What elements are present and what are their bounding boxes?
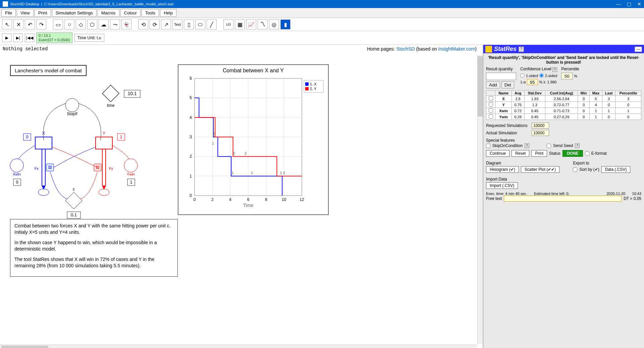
- svg-text:4: 4: [190, 115, 192, 120]
- svg-text:10: 10: [282, 197, 286, 202]
- stochsd-link[interactable]: StochSD: [396, 46, 415, 52]
- scrollbar-horizontal[interactable]: [0, 345, 477, 348]
- svg-text:X: X: [42, 131, 45, 136]
- svg-text:2. Y: 2. Y: [310, 87, 317, 91]
- insightmaker-link[interactable]: InsightMaker.com: [438, 46, 475, 52]
- eformat-checkbox[interactable]: [585, 151, 589, 156]
- continue-button[interactable]: Continue: [486, 150, 509, 157]
- svg-text:0: 0: [26, 134, 28, 139]
- link-c-icon[interactable]: ↗: [161, 19, 171, 29]
- conf-input[interactable]: [527, 79, 538, 85]
- free-text-input[interactable]: [504, 196, 622, 202]
- menu-view[interactable]: View: [17, 9, 34, 17]
- titlebar: StochSD Desktop | C:\Users\Downloads\Sto…: [0, 0, 644, 8]
- svg-text:0: 0: [194, 197, 196, 202]
- canvas[interactable]: Nothing selected Home pages: StochSD (ba…: [0, 45, 483, 348]
- app-name: StochSD Desktop: [10, 2, 39, 6]
- 1sided-radio[interactable]: [520, 73, 525, 78]
- statres-help-icon[interactable]: ?: [519, 47, 524, 52]
- link-a-icon[interactable]: ⟲: [138, 19, 148, 29]
- svg-marker-36: [65, 192, 82, 209]
- lineplot-icon[interactable]: 📈: [246, 19, 256, 29]
- menu-tools[interactable]: Tools: [142, 9, 159, 17]
- 2sided-radio[interactable]: [539, 73, 544, 78]
- cloud-icon[interactable]: ☁: [99, 19, 109, 29]
- close-icon[interactable]: ✕: [637, 1, 641, 7]
- reset-button[interactable]: Reset: [512, 150, 529, 157]
- svg-text:2: 2: [245, 151, 247, 155]
- collapse-icon[interactable]: —: [635, 47, 642, 52]
- table-icon[interactable]: ▦: [235, 19, 245, 29]
- diamond-icon[interactable]: ◇: [76, 19, 86, 29]
- time-unit[interactable]: Time Unit: t.u: [74, 34, 104, 42]
- menubar: File View Print Simulation Settings Macr…: [0, 8, 644, 18]
- compare-icon[interactable]: 〽: [258, 19, 268, 29]
- text-icon[interactable]: Text: [172, 19, 182, 29]
- table-row[interactable]: X2.61.932.56-2.64 0533: [486, 96, 641, 102]
- stock-icon[interactable]: ▭: [53, 19, 63, 29]
- chart[interactable]: Combat between X and Y 02468101201234562…: [178, 64, 329, 215]
- scrollbar-vertical[interactable]: [477, 55, 483, 344]
- result-quantity-input[interactable]: [486, 73, 516, 80]
- home-links: Home pages: StochSD (based on InsightMak…: [367, 46, 477, 52]
- actual-sims: 10000: [532, 130, 549, 136]
- link-b-icon[interactable]: ⟳: [150, 19, 160, 29]
- menu-macros[interactable]: Macros: [98, 9, 119, 17]
- table-row[interactable]: Ywin0.280.450.27-0.29 0100: [486, 114, 641, 120]
- selection-status: Nothing selected: [3, 46, 48, 52]
- delete-icon[interactable]: ✕: [13, 19, 23, 29]
- menu-file[interactable]: File: [1, 9, 16, 17]
- model-diagram[interactable]: 10.1 time StopIf X 0 Y 1: [7, 72, 161, 219]
- requested-sims[interactable]: 10000: [532, 123, 549, 129]
- menu-simulation-settings[interactable]: Simulation Settings: [52, 9, 97, 17]
- cycle-icon[interactable]: ◎: [269, 19, 279, 29]
- number-icon[interactable]: 123: [223, 19, 233, 29]
- hexagon-icon[interactable]: ⬡: [87, 19, 97, 29]
- scatter-button[interactable]: Scatter Plot (✔✔): [521, 166, 559, 173]
- flow-icon[interactable]: ⤳: [110, 19, 120, 29]
- histogram-icon[interactable]: ▮: [280, 19, 290, 29]
- maximize-icon[interactable]: ▢: [627, 1, 631, 7]
- lock-message: 'Result quantity', 'SkipOnCondition' and…: [486, 55, 641, 65]
- redo-icon[interactable]: ↷: [36, 19, 46, 29]
- description-box[interactable]: Combat between two forces X and Y with t…: [10, 219, 178, 276]
- print-button[interactable]: Print: [531, 150, 547, 157]
- seed-help-icon[interactable]: ?: [575, 143, 580, 148]
- ellipse-icon[interactable]: ⬭: [195, 19, 205, 29]
- svg-text:time: time: [107, 103, 115, 108]
- import-csv-button[interactable]: Import (.CSV): [486, 182, 518, 189]
- minimize-icon[interactable]: —: [616, 1, 621, 7]
- menu-help[interactable]: Help: [160, 9, 176, 17]
- undo-icon[interactable]: ↶: [25, 19, 35, 29]
- seed-checkbox[interactable]: [547, 144, 551, 148]
- rect-icon[interactable]: ▯: [184, 19, 194, 29]
- step-icon[interactable]: ▶|: [13, 33, 23, 42]
- histogram-button[interactable]: Histogram (✔): [486, 166, 519, 173]
- svg-text:Y: Y: [103, 131, 105, 136]
- svg-text:10.1: 10.1: [127, 91, 137, 96]
- conf-help-icon[interactable]: ?: [552, 67, 557, 72]
- ghost-icon[interactable]: 👻: [121, 19, 131, 29]
- table-row[interactable]: Xwin0.720.450.71-0.73 0111: [486, 108, 641, 114]
- circle-icon[interactable]: ○: [64, 19, 74, 29]
- rewind-icon[interactable]: |◀◀: [25, 33, 34, 42]
- svg-text:1: 1: [251, 171, 253, 175]
- sortby-checkbox[interactable]: [573, 167, 577, 172]
- play-icon[interactable]: ▶: [2, 33, 11, 42]
- menu-colour[interactable]: Colour: [120, 9, 141, 17]
- skip-help-icon[interactable]: ?: [525, 143, 529, 148]
- add-button[interactable]: Add: [486, 81, 500, 88]
- pointer-icon[interactable]: ↖: [2, 19, 12, 29]
- svg-text:1: 1: [120, 134, 122, 139]
- line-icon[interactable]: ╱: [207, 19, 217, 29]
- percentile-input[interactable]: [561, 73, 573, 79]
- svg-text:2: 2: [213, 132, 215, 136]
- svg-text:⚄: ⚄: [96, 165, 99, 170]
- export-csv-button[interactable]: Data (.CSV): [601, 166, 631, 173]
- table-row[interactable]: Y0.751.30.72-0.77 0400: [486, 102, 641, 108]
- del-button[interactable]: Del: [501, 81, 514, 88]
- svg-text:1: 1: [190, 174, 192, 179]
- statres-panel: StatRes ? — 'Result quantity', 'SkipOnCo…: [483, 45, 644, 348]
- menu-print[interactable]: Print: [35, 9, 51, 17]
- skip-checkbox[interactable]: [486, 144, 490, 148]
